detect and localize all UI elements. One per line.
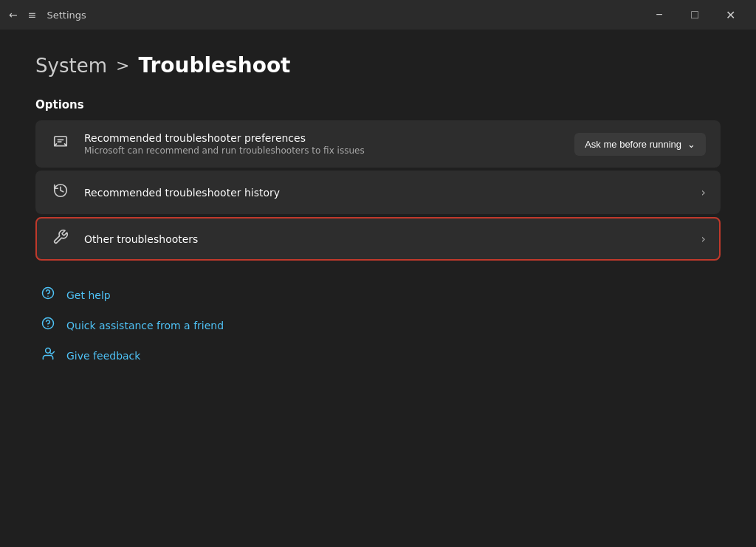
history-icon xyxy=(50,182,71,202)
ask-before-running-dropdown[interactable]: Ask me before running ⌄ xyxy=(574,133,706,156)
main-content: System > Troubleshoot Options Recommende… xyxy=(0,30,756,393)
option-card-text: Recommended troubleshooter preferences M… xyxy=(84,132,574,156)
get-help-label: Get help xyxy=(66,289,111,301)
minimize-button[interactable]: − xyxy=(642,3,676,27)
svg-point-1 xyxy=(43,288,54,299)
chevron-right-icon: › xyxy=(701,232,706,246)
option-card-text: Other troubleshooters xyxy=(84,233,701,245)
chevron-right-icon: › xyxy=(701,185,706,199)
option-card-right: › xyxy=(701,232,706,246)
back-button[interactable]: ← xyxy=(9,9,18,21)
page-title: Troubleshoot xyxy=(138,53,290,78)
chevron-down-icon: ⌄ xyxy=(687,139,695,150)
quick-assistance-label: Quick assistance from a friend xyxy=(66,320,224,331)
menu-button[interactable]: ≡ xyxy=(28,9,37,21)
page-heading: System > Troubleshoot xyxy=(35,53,721,78)
maximize-button[interactable]: □ xyxy=(678,3,712,27)
give-feedback-label: Give feedback xyxy=(66,350,140,362)
option-card-title: Other troubleshooters xyxy=(84,233,701,245)
svg-point-3 xyxy=(43,318,54,329)
give-feedback-icon xyxy=(38,346,58,365)
chat-icon xyxy=(50,134,71,154)
options-list: Recommended troubleshooter preferences M… xyxy=(35,120,721,261)
option-card-subtitle: Microsoft can recommend and run troubles… xyxy=(84,145,574,156)
window-title: Settings xyxy=(47,10,86,21)
option-card-recommended-history[interactable]: Recommended troubleshooter history › xyxy=(35,171,721,214)
get-help-icon xyxy=(38,286,58,304)
breadcrumb-chevron: > xyxy=(116,56,129,75)
option-card-right: Ask me before running ⌄ xyxy=(574,133,706,156)
option-card-title: Recommended troubleshooter preferences xyxy=(84,132,574,144)
close-button[interactable]: ✕ xyxy=(713,3,747,27)
svg-point-5 xyxy=(46,348,51,354)
option-card-recommended-prefs[interactable]: Recommended troubleshooter preferences M… xyxy=(35,120,721,168)
option-card-other-troubleshooters[interactable]: Other troubleshooters › xyxy=(35,217,721,261)
links-section: Get help Quick assistance from a friend xyxy=(35,281,721,369)
wrench-icon xyxy=(50,229,71,249)
title-bar-left: ← ≡ Settings xyxy=(9,9,642,21)
get-help-link[interactable]: Get help xyxy=(35,281,721,309)
breadcrumb-system[interactable]: System xyxy=(35,55,107,77)
options-section-label: Options xyxy=(35,98,721,111)
quick-assistance-link[interactable]: Quick assistance from a friend xyxy=(35,312,721,339)
option-card-title: Recommended troubleshooter history xyxy=(84,187,701,199)
option-card-text: Recommended troubleshooter history xyxy=(84,187,701,199)
dropdown-value: Ask me before running xyxy=(585,139,681,150)
window-controls: − □ ✕ xyxy=(642,3,747,27)
give-feedback-link[interactable]: Give feedback xyxy=(35,342,721,369)
quick-assistance-icon xyxy=(38,316,58,334)
option-card-right: › xyxy=(701,185,706,199)
title-bar: ← ≡ Settings − □ ✕ xyxy=(0,0,756,30)
